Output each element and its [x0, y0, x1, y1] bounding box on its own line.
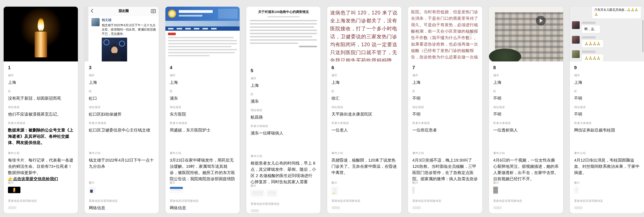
- field-label-city: 城市: [89, 73, 154, 77]
- chat-message-body: 🙏🙏🙏🙏: [582, 50, 603, 61]
- record-card[interactable]: 4城市上海区浦东地址描述东方医院死者大体描述周盛妮，东方医院护士事件介绍3月23…: [165, 6, 240, 213]
- direct-info-empty-pill: [250, 209, 259, 212]
- image-thumbnails: [574, 187, 640, 194]
- image-thumbnail[interactable]: [8, 187, 20, 193]
- field-label-direct: 直接信息还是间接信息: [574, 199, 640, 203]
- field-image: 图片: [8, 181, 74, 199]
- field-address: 地址描述不明: [412, 105, 478, 121]
- image-thumbnail[interactable]: [412, 187, 414, 194]
- field-address: 地址描述他们不应该被漠视甚至忘记。: [8, 105, 74, 121]
- nav-item-placeholder[interactable]: [185, 28, 191, 29]
- submit-info-link[interactable]: 👉点击这里提交信息给我们: [8, 176, 74, 181]
- card-number: 1: [8, 65, 74, 70]
- nav-item-placeholder[interactable]: [194, 28, 200, 29]
- document-title: 关于对浦东120急救中心的调查情况: [250, 10, 317, 14]
- field-label-event: 事件介绍: [412, 151, 478, 155]
- field-label-event: 事件介绍: [170, 151, 235, 155]
- image-thumbnails: [493, 187, 559, 194]
- text-line-placeholder: [168, 40, 237, 41]
- record-card[interactable]: 关于对浦东120急救中心的调查情况5城市上海区浦东地址描述航昌路死者大体描述浦东…: [246, 6, 321, 213]
- text-line-placeholder: [250, 39, 317, 41]
- field-event: 事件介绍4月12日传出消息，韦桂国因脑溢血、封控期间联系救治未果，于家中病逝。: [574, 151, 640, 181]
- camera-icon[interactable]: [151, 9, 156, 13]
- moments-title: 朋友圈: [88, 9, 159, 13]
- chat-message-row: 啊，这。: [572, 21, 644, 33]
- card-gallery-board[interactable]: 1城市上海区没有死于新冠，却因新冠而死地址描述他们不应该被漠视甚至忘记。死者大体…: [0, 0, 644, 213]
- field-value-deceased: 周盛妮，东方医院护士: [170, 127, 235, 133]
- field-label-event: 事件介绍: [493, 151, 559, 155]
- direct-info-empty-pill: [332, 206, 340, 209]
- field-label-district: 区: [574, 89, 640, 93]
- field-value-deceased: 浦东一位哮喘病人: [250, 130, 316, 136]
- chat-bubble: 🙏🙏🙏🙏: [582, 40, 603, 47]
- figure-face: [111, 47, 118, 54]
- field-value-city: 上海: [250, 82, 316, 88]
- field-label-direct: 直接信息还是间接信息: [89, 199, 154, 203]
- field-label-deceased: 死者大体描述: [493, 121, 559, 125]
- nav-item-placeholder[interactable]: [211, 28, 216, 29]
- field-image: 图片: [493, 181, 559, 199]
- scrollbar[interactable]: [642, 20, 643, 52]
- field-label-image: 图片: [170, 181, 235, 185]
- field-label-address: 地址描述: [89, 105, 154, 109]
- record-card[interactable]: 8城市上海区不明地址描述不明死者大体描述一位透析病人事件介绍4月6日的一个视频，…: [489, 6, 563, 213]
- image-thumbnails: [8, 187, 74, 193]
- field-label-district: 区: [493, 89, 559, 93]
- field-value-event: 4月6日的一个视频，一位女性在撕心裂肺地哭泣。据视频描述，她的亲人要做透析，出不…: [493, 157, 559, 181]
- field-label-event: 事件介绍: [332, 151, 397, 155]
- candle-body: [35, 31, 47, 57]
- nav-item-placeholder[interactable]: [202, 28, 208, 29]
- field-direct: 直接信息还是间接信息: [250, 202, 316, 213]
- field-direct: 直接信息还是间接信息网络信息: [89, 199, 154, 213]
- field-image: 图片: [250, 184, 316, 202]
- field-value-event: 高烧昏迷，核酸阴，120来了说发热门诊关了。无奈在家中降温，在昏迷中离世。: [332, 157, 397, 176]
- field-value-event: 4月3日突感不适，晚上19:30叫了120急救。当时面临全员核酸，三甲医院门急诊…: [412, 157, 478, 181]
- card-number: 6: [332, 65, 397, 70]
- moments-post-text: 钱文雄于2022年4月12日下午一点十九分去世。疫情期间一切从简。家属目前悲痛不…: [102, 23, 156, 36]
- field-label-image: 图片: [332, 181, 397, 185]
- hospital-banner-photo: [166, 21, 240, 26]
- record-card[interactable]: 朋友圈钱文雄钱文雄于2022年4月12日下午一点十九分去世。疫情期间一切从简。家…: [84, 6, 159, 213]
- field-label-city: 城市: [250, 76, 316, 80]
- record-card[interactable]: 只有其女儿眼见其病逝...🙏🙏🙏🙏啊，这。🙏🙏🙏🙏🙏🙏🙏🙏9城市上海区不明地址描…: [570, 6, 644, 213]
- field-image: 图片: [574, 181, 640, 199]
- record-card[interactable]: 1城市上海区没有死于新冠，却因新冠而死地址描述他们不应该被漠视甚至忘记。死者大体…: [4, 6, 78, 213]
- field-image: 图片: [89, 181, 154, 199]
- image-thumbnail[interactable]: [574, 187, 579, 194]
- hospital-site-header: [166, 7, 240, 21]
- record-card[interactable]: 医院。当时有些低烧，但是发热门诊在消杀，于是在门口的黑夜里等待了很久。可是由于有…: [408, 6, 482, 213]
- card-number: 3: [89, 65, 154, 70]
- image-thumbnail[interactable]: [250, 190, 264, 197]
- field-value-address: 不明: [574, 111, 640, 117]
- field-label-direct: 直接信息还是间接信息: [332, 199, 397, 203]
- image-thumbnail[interactable]: [170, 187, 183, 193]
- field-label-direct: 直接信息还是间接信息: [170, 199, 235, 203]
- image-thumbnail[interactable]: [89, 187, 96, 194]
- card-image-candle: [4, 7, 78, 61]
- field-value-event: 3月23日在家中哮喘发作，用药后无法缓解。19时，家属驾车送其就诊，被医院拒收。…: [170, 157, 235, 181]
- field-event: 事件介绍4月3日突感不适，晚上19:30叫了120急救。当时面临全员核酸，三甲医…: [412, 151, 478, 181]
- nav-item-placeholder[interactable]: [176, 28, 182, 29]
- moments-post-photo: [102, 38, 127, 61]
- field-label-address: 地址描述: [412, 105, 478, 109]
- nav-item-placeholder[interactable]: [168, 28, 174, 29]
- chat-bubble: 啊，这。: [582, 25, 600, 33]
- field-event: 事件介绍高烧昏迷，核酸阴，120来了说发热门诊关了。无奈在家中降温，在昏迷中离世…: [332, 151, 397, 181]
- field-label-direct: 直接信息还是间接信息: [493, 199, 559, 203]
- field-event: 事件介绍每张卡片、每行记录，代表着一条逝去的鲜活生命。目前有73+位死者！数据持…: [8, 151, 74, 181]
- image-thumbnail[interactable]: [493, 187, 498, 194]
- field-value-event: 4月12日传出消息，韦桂国因脑溢血、封控期间联系救治未果，于家中病逝。: [574, 157, 640, 176]
- field-label-image: 图片: [574, 181, 640, 185]
- field-address: 地址描述不明: [574, 105, 640, 121]
- hospital-site-nav: [166, 26, 240, 31]
- field-value-address: 他们不应该被漠视甚至忘记。: [8, 111, 74, 117]
- chat-sender-name-blurred: [582, 36, 596, 38]
- text-line-placeholder: [250, 42, 298, 44]
- card-body: 8城市上海区不明地址描述不明死者大体描述一位透析病人事件介绍4月6日的一个视频，…: [489, 61, 563, 213]
- field-city: 城市上海: [412, 73, 478, 89]
- record-card[interactable]: 迷病危了叫 120，120 来了说全上海发热门诊都关了，没有医院接收，打了一个多…: [327, 6, 402, 213]
- image-thumbnail[interactable]: [266, 190, 277, 197]
- play-icon[interactable]: [536, 16, 546, 25]
- image-thumbnail[interactable]: [332, 187, 338, 195]
- field-city: 城市上海: [493, 73, 559, 89]
